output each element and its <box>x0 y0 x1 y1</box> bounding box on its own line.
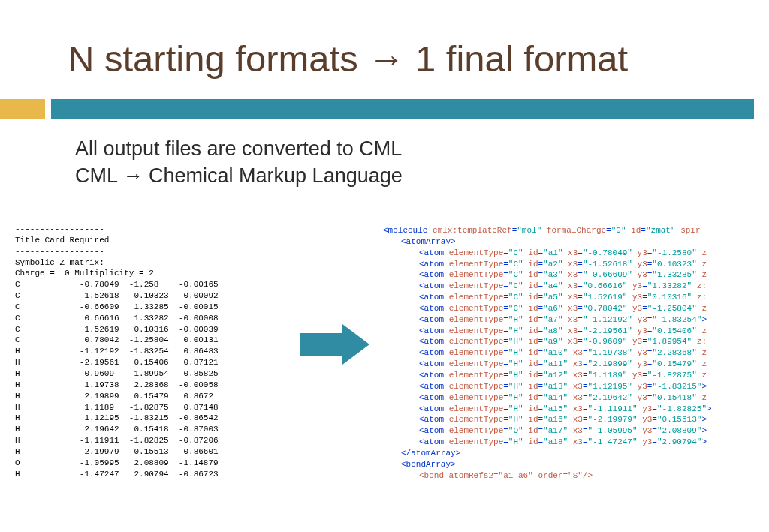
bullet-line-1: All output files are converted to CML <box>75 135 403 162</box>
slide: N starting formats → 1 final format All … <box>0 0 769 532</box>
accent-gold-block <box>0 99 45 119</box>
title-right: 1 final format <box>415 38 628 79</box>
slide-title: N starting formats → 1 final format <box>68 38 628 80</box>
cml-xml-block: <molecule cmlx:templateRef="mol" formalC… <box>383 225 769 481</box>
conversion-arrow-icon <box>300 324 369 365</box>
title-left: N starting formats <box>68 38 358 79</box>
bullet-arrow-icon: → <box>123 164 143 187</box>
accent-teal-bar <box>51 99 754 119</box>
bullet-2-right: Chemical Markup Language <box>149 164 403 187</box>
bullet-block: All output files are converted to CML CM… <box>75 135 403 190</box>
bullet-line-2: CML → Chemical Markup Language <box>75 162 403 189</box>
bullet-2-left: CML <box>75 164 117 187</box>
title-arrow-icon: → <box>368 38 405 79</box>
zmatrix-text-block: ------------------ Title Card Required -… <box>15 224 285 479</box>
